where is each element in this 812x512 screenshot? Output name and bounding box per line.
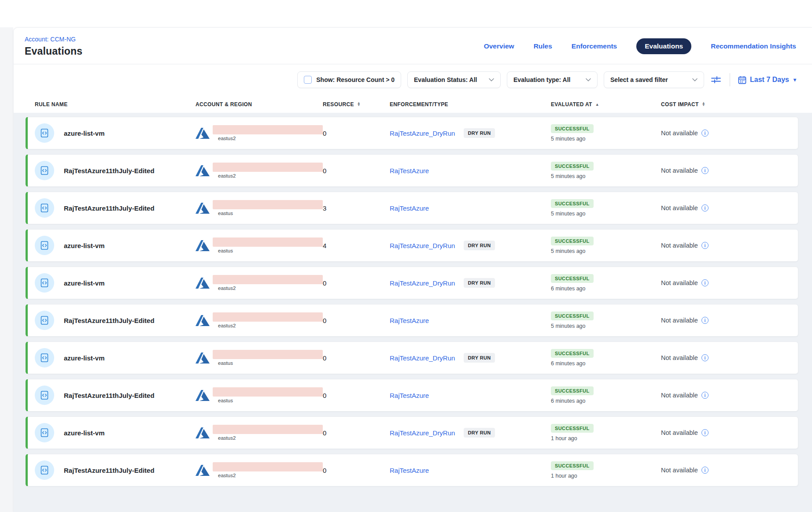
enforcement-link[interactable]: RajTestAzure_DryRun <box>390 354 455 362</box>
table-row[interactable]: RajTestAzure11thJuly-Edited eastus2 0 Ra… <box>26 454 798 486</box>
azure-logo-icon <box>196 352 210 364</box>
table-row[interactable]: RajTestAzure11thJuly-Edited eastus 0 Raj… <box>26 379 798 412</box>
info-icon[interactable]: i <box>701 317 709 324</box>
azure-logo-icon <box>196 314 210 327</box>
table-row[interactable]: RajTestAzure11thJuly-Edited eastus2 0 Ra… <box>26 154 798 187</box>
evaluated-time: 1 hour ago <box>551 473 577 479</box>
info-icon[interactable]: i <box>701 130 709 137</box>
redacted-account-name <box>213 462 323 471</box>
tab-evaluations[interactable]: Evaluations <box>636 38 691 54</box>
region-label: eastus2 <box>218 323 323 328</box>
cost-impact-cell: Not available i <box>661 279 791 286</box>
cost-impact-cell: Not available i <box>661 467 791 474</box>
dry-run-badge: DRY RUN <box>464 278 495 288</box>
enforcement-link[interactable]: RajTestAzure_DryRun <box>390 279 455 287</box>
column-header-resource[interactable]: RESOURCE▲▼ <box>323 101 390 108</box>
account-link[interactable]: Account: CCM-NG <box>25 36 82 43</box>
redacted-account-name <box>213 425 323 434</box>
evaluated-time: 6 minutes ago <box>551 398 586 404</box>
enforcement-cell: RajTestAzure <box>390 167 551 174</box>
column-label: ACCOUNT & REGION <box>196 101 252 108</box>
rule-name: azure-list-vm <box>64 429 105 437</box>
enforcement-link[interactable]: RajTestAzure <box>390 392 429 399</box>
redacted-account-name <box>213 163 323 172</box>
account-region-stack: eastus2 <box>213 125 323 141</box>
cost-impact-value: Not available <box>661 242 698 249</box>
table-row[interactable]: azure-list-vm eastus2 0 RajTestAzure_Dry… <box>26 117 798 149</box>
column-header-cost-impact[interactable]: COST IMPACT▲▼ <box>661 101 791 108</box>
enforcement-cell: RajTestAzure <box>390 392 551 399</box>
evaluated-time: 5 minutes ago <box>551 173 586 179</box>
status-badge: SUCCESSFUL <box>551 162 594 171</box>
sort-asc-icon[interactable]: ▲ <box>595 102 599 107</box>
info-icon[interactable]: i <box>701 429 709 436</box>
table-row[interactable]: RajTestAzure11thJuly-Edited eastus 3 Raj… <box>26 192 798 224</box>
enforcement-link[interactable]: RajTestAzure_DryRun <box>390 429 455 437</box>
evaluation-type-dropdown[interactable]: Evaluation type: All <box>507 71 598 88</box>
info-icon[interactable]: i <box>701 242 709 249</box>
dry-run-badge: DRY RUN <box>464 428 495 438</box>
column-header-evaluated-at[interactable]: EVALUATED AT▲ <box>551 101 661 108</box>
cost-impact-cell: Not available i <box>661 317 791 324</box>
info-icon[interactable]: i <box>701 392 709 399</box>
info-icon[interactable]: i <box>701 279 709 286</box>
sort-icon[interactable]: ▲▼ <box>357 102 361 107</box>
status-badge: SUCCESSFUL <box>551 461 594 470</box>
info-icon[interactable]: i <box>701 167 709 174</box>
info-icon[interactable]: i <box>701 204 709 211</box>
rule-icon <box>35 386 54 405</box>
rule-icon <box>35 161 54 180</box>
saved-filter-dropdown[interactable]: Select a saved filter <box>604 71 704 88</box>
redacted-account-name <box>213 200 323 209</box>
cost-impact-value: Not available <box>661 279 698 286</box>
enforcement-link[interactable]: RajTestAzure <box>390 167 429 174</box>
evaluation-status-dropdown[interactable]: Evaluation Status: All <box>407 71 501 88</box>
resource-count: 0 <box>323 130 390 137</box>
status-badge: SUCCESSFUL <box>551 124 594 133</box>
table-row[interactable]: azure-list-vm eastus 4 RajTestAzure_DryR… <box>26 229 798 262</box>
azure-logo-icon <box>196 389 210 402</box>
info-icon[interactable]: i <box>701 467 709 474</box>
info-icon[interactable]: i <box>701 354 709 361</box>
resource-count-checkbox[interactable] <box>304 76 312 84</box>
account-region-stack: eastus <box>213 200 323 216</box>
enforcement-cell: RajTestAzure <box>390 467 551 474</box>
enforcement-link[interactable]: RajTestAzure <box>390 467 429 474</box>
resource-count-filter[interactable]: Show: Resource Count > 0 <box>297 71 401 88</box>
enforcement-link[interactable]: RajTestAzure <box>390 317 429 324</box>
table-column-headers: RULE NAMEACCOUNT & REGIONRESOURCE▲▼ENFOR… <box>26 97 798 113</box>
azure-logo-icon <box>196 464 210 477</box>
table-row[interactable]: azure-list-vm eastus2 0 RajTestAzure_Dry… <box>26 416 798 449</box>
enforcement-cell: RajTestAzure_DryRun DRY RUN <box>390 353 551 363</box>
table-row[interactable]: azure-list-vm eastus2 0 RajTestAzure_Dry… <box>26 267 798 299</box>
account-region-cell: eastus <box>196 350 323 366</box>
evaluated-time: 5 minutes ago <box>551 211 586 217</box>
tab-overview[interactable]: Overview <box>484 42 514 50</box>
rule-name-cell: RajTestAzure11thJuly-Edited <box>35 386 196 405</box>
dry-run-badge: DRY RUN <box>464 353 495 363</box>
region-label: eastus2 <box>218 136 323 141</box>
rule-name: RajTestAzure11thJuly-Edited <box>64 167 155 174</box>
evaluated-at-cell: SUCCESSFUL 6 minutes ago <box>551 274 661 292</box>
tab-enforcements[interactable]: Enforcements <box>572 42 617 50</box>
tab-recommendation-insights[interactable]: Recommendation Insights <box>711 42 796 50</box>
enforcement-link[interactable]: RajTestAzure <box>390 204 429 212</box>
column-label: RULE NAME <box>35 101 67 108</box>
table-row[interactable]: azure-list-vm eastus 0 RajTestAzure_DryR… <box>26 341 798 374</box>
evaluated-at-cell: SUCCESSFUL 5 minutes ago <box>551 199 661 217</box>
filter-settings-button[interactable] <box>710 74 722 85</box>
enforcement-link[interactable]: RajTestAzure_DryRun <box>390 130 455 137</box>
tab-rules[interactable]: Rules <box>534 42 552 50</box>
enforcement-link[interactable]: RajTestAzure_DryRun <box>390 242 455 249</box>
rule-icon <box>35 198 54 218</box>
resource-count: 0 <box>323 279 390 287</box>
region-label: eastus2 <box>218 173 323 178</box>
rule-icon <box>35 423 54 442</box>
table-row[interactable]: RajTestAzure11thJuly-Edited eastus2 0 Ra… <box>26 304 798 337</box>
sort-icon[interactable]: ▲▼ <box>702 102 705 107</box>
cost-impact-value: Not available <box>661 392 698 399</box>
region-label: eastus <box>218 398 323 403</box>
date-range-picker[interactable]: Last 7 Days ▾ <box>738 76 796 84</box>
evaluated-time: 5 minutes ago <box>551 136 586 142</box>
sliders-icon <box>711 76 721 84</box>
